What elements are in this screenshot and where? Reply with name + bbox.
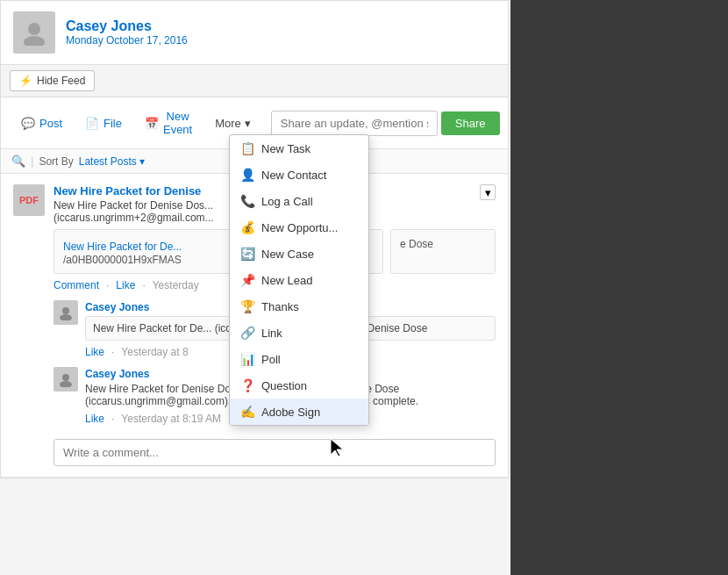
menu-item-link[interactable]: 🔗 Link [230, 320, 368, 346]
sort-divider: | [31, 155, 33, 168]
question-icon: ❓ [240, 378, 254, 392]
comment-timestamp: Yesterday at 8:19 AM [121, 413, 221, 425]
menu-item-thanks[interactable]: 🏆 Thanks [230, 293, 368, 320]
svg-point-3 [60, 314, 72, 320]
new-case-icon: 🔄 [240, 247, 254, 261]
select-dropdown-icon[interactable]: ▾ [480, 184, 496, 200]
event-icon: 📅 [145, 117, 159, 130]
menu-item-new-contact-label: New Contact [261, 169, 326, 182]
more-dropdown-menu: 📋 New Task 👤 New Contact 📞 Log a Call 💰 … [229, 134, 369, 426]
new-event-button[interactable]: 📅 New Event [135, 104, 202, 141]
attachment-preview: e Dose [390, 229, 496, 274]
file-button[interactable]: 📄 File [75, 111, 132, 135]
share-input[interactable] [271, 111, 438, 136]
profile-name: Casey Jones [66, 18, 188, 34]
menu-item-new-task-label: New Task [261, 142, 310, 155]
menu-item-link-label: Link [261, 327, 282, 340]
comment-link[interactable]: Comment [54, 279, 99, 291]
link-icon: 🔗 [240, 326, 254, 340]
adobe-sign-icon: ✍ [240, 405, 254, 419]
commenter-avatar [54, 367, 78, 392]
comment-input-area [13, 434, 496, 466]
menu-item-question-label: Question [261, 379, 307, 392]
thanks-icon: 🏆 [240, 299, 254, 313]
svg-point-2 [62, 307, 69, 314]
menu-item-new-opportunity[interactable]: 💰 New Opportu... [230, 214, 368, 241]
log-call-icon: 📞 [240, 194, 254, 208]
menu-item-new-task[interactable]: 📋 New Task [230, 135, 368, 162]
poll-icon: 📊 [240, 352, 254, 366]
menu-item-new-case[interactable]: 🔄 New Case [230, 241, 368, 267]
new-opportunity-icon: 💰 [240, 220, 254, 234]
menu-item-log-call-label: Log a Call [261, 195, 313, 208]
chevron-down-icon: ▾ [245, 117, 251, 130]
avatar: PDF [13, 184, 45, 216]
post-icon: 💬 [21, 117, 35, 130]
timestamp: Yesterday [153, 279, 199, 291]
comment-input[interactable] [54, 439, 496, 466]
new-lead-icon: 📌 [240, 273, 254, 287]
svg-point-4 [62, 374, 69, 381]
share-button[interactable]: Share [441, 111, 500, 135]
menu-item-poll[interactable]: 📊 Poll [230, 346, 368, 372]
hide-feed-button[interactable]: ⚡ Hide Feed [10, 70, 95, 91]
sort-select[interactable]: Latest Posts ▾ [79, 155, 145, 168]
menu-item-adobe-sign-label: Adobe Sign [261, 406, 320, 419]
like-link[interactable]: Like [116, 279, 135, 291]
right-panel [510, 0, 728, 575]
new-contact-icon: 👤 [240, 168, 254, 182]
menu-item-new-contact[interactable]: 👤 New Contact [230, 162, 368, 188]
svg-point-1 [24, 36, 45, 46]
menu-item-new-lead[interactable]: 📌 New Lead [230, 267, 368, 293]
sort-by-label: Sort By [39, 155, 73, 168]
lightning-icon: ⚡ [19, 75, 32, 87]
feed-item-title[interactable]: New Hire Packet for Denise [54, 184, 214, 198]
avatar [13, 11, 55, 54]
comment-timestamp: Yesterday at 8 [121, 346, 188, 358]
menu-item-question[interactable]: ❓ Question [230, 372, 368, 399]
like-comment-link[interactable]: Like [85, 346, 104, 358]
commenter-name: Casey Jones [85, 301, 149, 313]
profile-info: Casey Jones Monday October 17, 2016 [66, 18, 188, 47]
hide-feed-bar: ⚡ Hide Feed [1, 65, 508, 97]
menu-item-poll-label: Poll [261, 353, 281, 366]
menu-item-thanks-label: Thanks [261, 300, 299, 313]
search-icon: 🔍 [11, 155, 25, 168]
feed-item-content: New Hire Packet for Denise Dos...(iccaru… [54, 199, 214, 224]
like-comment-link[interactable]: Like [85, 413, 104, 425]
commenter-avatar [54, 300, 78, 325]
menu-item-new-case-label: New Case [261, 248, 314, 261]
chevron-down-sort-icon: ▾ [139, 155, 145, 168]
profile-header: Casey Jones Monday October 17, 2016 [1, 1, 508, 65]
more-button[interactable]: More ▾ [205, 111, 261, 135]
menu-item-new-lead-label: New Lead [261, 274, 313, 287]
commenter-name: Casey Jones [85, 368, 149, 380]
attachment-sub: /a0HB0000001H9xFMAS [63, 254, 182, 266]
new-task-icon: 📋 [240, 141, 254, 155]
attachment-preview-text: e Dose [400, 238, 433, 250]
svg-point-0 [28, 23, 40, 35]
post-button[interactable]: 💬 Post [11, 111, 72, 135]
menu-item-new-opportunity-label: New Opportu... [261, 221, 338, 234]
file-icon: 📄 [85, 117, 99, 130]
toolbar: 💬 Post 📄 File 📅 New Event More ▾ Share 📋… [1, 97, 508, 149]
menu-item-adobe-sign[interactable]: ✍ Adobe Sign [230, 399, 368, 425]
svg-point-5 [60, 381, 72, 387]
profile-date: Monday October 17, 2016 [66, 34, 188, 47]
main-container: Casey Jones Monday October 17, 2016 ⚡ Hi… [0, 0, 509, 478]
menu-item-log-call[interactable]: 📞 Log a Call [230, 188, 368, 214]
